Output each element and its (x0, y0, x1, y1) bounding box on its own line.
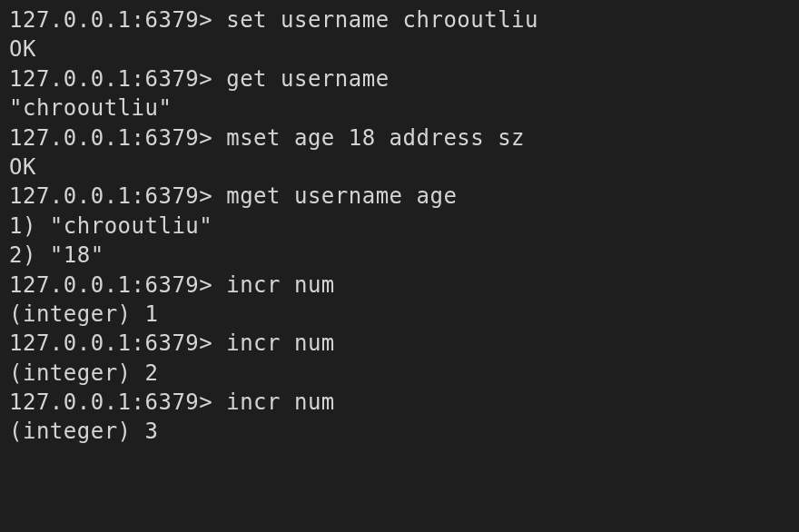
command-text: incr num (226, 330, 335, 356)
prompt: 127.0.0.1:6379> (9, 125, 226, 151)
terminal-line: OK (9, 153, 790, 182)
terminal-line: (integer) 2 (9, 359, 790, 388)
terminal-line: OK (9, 34, 790, 64)
terminal-line: 1) "chrooutliu" (9, 212, 790, 241)
terminal-line: 127.0.0.1:6379> get username (9, 64, 790, 94)
terminal-line: (integer) 1 (9, 300, 790, 329)
terminal-line: 127.0.0.1:6379> mset age 18 address sz (9, 123, 790, 153)
terminal-line: 127.0.0.1:6379> incr num (9, 388, 790, 417)
terminal-line: 127.0.0.1:6379> set username chrooutliu (9, 5, 790, 34)
prompt: 127.0.0.1:6379> (9, 7, 226, 33)
terminal-line: 127.0.0.1:6379> incr num (9, 329, 790, 358)
prompt: 127.0.0.1:6379> (9, 389, 226, 415)
command-text: get username (226, 66, 389, 92)
command-text: set username chrooutliu (226, 7, 538, 33)
terminal-line: "chrooutliu" (9, 94, 790, 123)
terminal-line: 127.0.0.1:6379> incr num (9, 271, 790, 300)
command-text: incr num (226, 272, 335, 298)
terminal-line: (integer) 3 (9, 417, 790, 446)
prompt: 127.0.0.1:6379> (9, 330, 226, 356)
terminal-line: 127.0.0.1:6379> mget username age (9, 182, 790, 211)
prompt: 127.0.0.1:6379> (9, 66, 226, 92)
command-text: mset age 18 address sz (226, 125, 525, 151)
prompt: 127.0.0.1:6379> (9, 183, 226, 209)
terminal-output[interactable]: 127.0.0.1:6379> set username chrooutliu … (9, 5, 790, 447)
command-text: incr num (226, 389, 335, 415)
terminal-line: 2) "18" (9, 241, 790, 270)
command-text: mget username age (226, 183, 457, 209)
prompt: 127.0.0.1:6379> (9, 272, 226, 298)
